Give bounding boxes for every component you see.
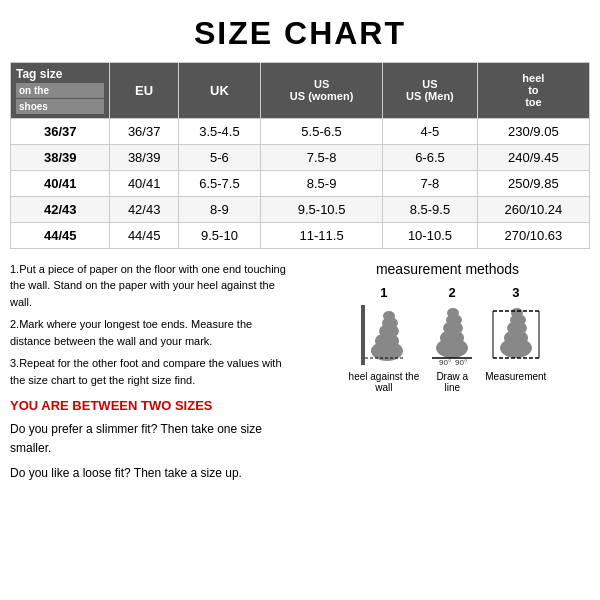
svg-point-5	[383, 311, 395, 321]
cell-eu: 36/37	[110, 118, 178, 144]
foot-diagram-2-svg: 90° 90°	[427, 303, 477, 368]
foot-diagram-3-svg	[491, 303, 541, 368]
svg-rect-0	[361, 305, 365, 365]
cell-tag: 38/39	[11, 144, 110, 170]
table-row: 36/37 36/37 3.5-4.5 5.5-6.5 4-5 230/9.05	[11, 118, 590, 144]
cell-tag: 42/43	[11, 196, 110, 222]
cell-us-women: 8.5-9	[261, 170, 383, 196]
cell-heel: 260/10.24	[477, 196, 589, 222]
cell-us-women: 9.5-10.5	[261, 196, 383, 222]
diagram-2-num: 2	[427, 285, 477, 300]
cell-heel: 250/9.85	[477, 170, 589, 196]
cell-uk: 9.5-10	[178, 222, 260, 248]
tag-size-header: Tag size on the shoes	[11, 63, 110, 119]
table-row: 38/39 38/39 5-6 7.5-8 6-6.5 240/9.45	[11, 144, 590, 170]
fit-options: Do you prefer a slimmer fit? Then take o…	[10, 420, 295, 484]
cell-heel: 270/10.63	[477, 222, 589, 248]
cell-us-women: 5.5-6.5	[261, 118, 383, 144]
instructions-section: 1.Put a piece of paper on the floor with…	[10, 261, 295, 490]
cell-us-women: 11-11.5	[261, 222, 383, 248]
cell-uk: 6.5-7.5	[178, 170, 260, 196]
instruction-step3: 3.Repeat for the other foot and compare …	[10, 355, 295, 388]
diagram-1-label: heel against thewall	[349, 371, 420, 393]
cell-us-men: 4-5	[383, 118, 478, 144]
cell-heel: 230/9.05	[477, 118, 589, 144]
measurement-section: measurement methods 1 heel against thewa…	[305, 261, 590, 490]
svg-text:90°: 90°	[455, 358, 467, 367]
foot-diagrams: 1 heel against thewall 2	[305, 285, 590, 393]
instruction-step1: 1.Put a piece of paper on the floor with…	[10, 261, 295, 311]
uk-header: UK	[178, 63, 260, 119]
heel-header: heeltotoe	[477, 63, 589, 119]
tag-header-line2: on the	[16, 83, 104, 98]
loose-fit-text: Do you like a loose fit? Then take a siz…	[10, 464, 295, 483]
cell-eu: 38/39	[110, 144, 178, 170]
diagram-3-label: Measurement	[485, 371, 546, 382]
measurement-title: measurement methods	[305, 261, 590, 277]
cell-eu: 44/45	[110, 222, 178, 248]
diagram-3-num: 3	[485, 285, 546, 300]
between-sizes-label: YOU ARE BETWEEN TWO SIZES	[10, 396, 295, 416]
table-row: 44/45 44/45 9.5-10 11-11.5 10-10.5 270/1…	[11, 222, 590, 248]
cell-us-men: 8.5-9.5	[383, 196, 478, 222]
diagram-2-label: Draw aline	[436, 371, 468, 393]
svg-text:90°: 90°	[439, 358, 451, 367]
cell-uk: 8-9	[178, 196, 260, 222]
svg-point-19	[511, 308, 523, 318]
cell-uk: 5-6	[178, 144, 260, 170]
svg-point-11	[447, 308, 459, 318]
tag-header-line3: shoes	[16, 99, 104, 114]
page-title: SIZE CHART	[10, 15, 590, 52]
foot-diagram-1-svg	[359, 303, 409, 368]
cell-uk: 3.5-4.5	[178, 118, 260, 144]
cell-tag: 40/41	[11, 170, 110, 196]
us-men-label: US (Men)	[406, 90, 454, 102]
slim-fit-text: Do you prefer a slimmer fit? Then take o…	[10, 420, 295, 458]
size-chart-table: Tag size on the shoes EU UK USUS (women)…	[10, 62, 590, 249]
diagram-3: 3 Measurement	[485, 285, 546, 393]
diagram-2: 2 90° 90° Draw aline	[427, 285, 477, 393]
cell-heel: 240/9.45	[477, 144, 589, 170]
cell-us-women: 7.5-8	[261, 144, 383, 170]
cell-eu: 42/43	[110, 196, 178, 222]
us-women-header: USUS (women)	[261, 63, 383, 119]
us-men-header: USUS (Men)	[383, 63, 478, 119]
eu-header: EU	[110, 63, 178, 119]
diagram-1-num: 1	[349, 285, 420, 300]
cell-tag: 36/37	[11, 118, 110, 144]
cell-eu: 40/41	[110, 170, 178, 196]
table-row: 42/43 42/43 8-9 9.5-10.5 8.5-9.5 260/10.…	[11, 196, 590, 222]
cell-us-men: 7-8	[383, 170, 478, 196]
diagram-1: 1 heel against thewall	[349, 285, 420, 393]
cell-tag: 44/45	[11, 222, 110, 248]
instruction-step2: 2.Mark where your longest toe ends. Meas…	[10, 316, 295, 349]
table-row: 40/41 40/41 6.5-7.5 8.5-9 7-8 250/9.85	[11, 170, 590, 196]
us-women-label: US (women)	[290, 90, 354, 102]
cell-us-men: 10-10.5	[383, 222, 478, 248]
cell-us-men: 6-6.5	[383, 144, 478, 170]
bottom-section: 1.Put a piece of paper on the floor with…	[10, 261, 590, 490]
tag-header-line1: Tag size	[16, 67, 62, 81]
